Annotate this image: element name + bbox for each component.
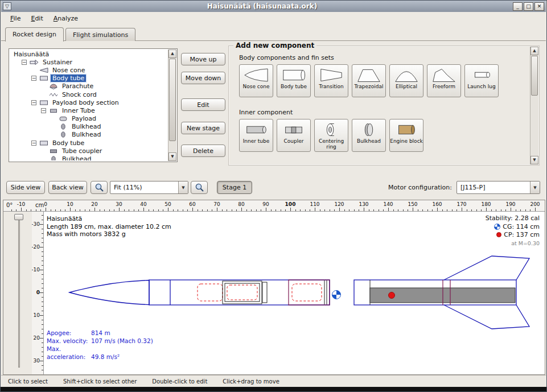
- tree-row[interactable]: −Body tube: [10, 75, 167, 82]
- scroll-down-icon[interactable]: ▼: [168, 152, 176, 161]
- back-view-button[interactable]: Back view: [48, 181, 87, 194]
- scrollbar-thumb[interactable]: [531, 56, 538, 96]
- zoom-out-button[interactable]: [91, 181, 108, 194]
- palette-scrollbar[interactable]: ▲ ▼: [530, 47, 538, 164]
- ruler-tick: [163, 209, 163, 211]
- menu-edit[interactable]: Edit: [26, 13, 47, 24]
- new-stage-button[interactable]: New stage: [181, 122, 225, 134]
- tree-scrollbar[interactable]: ▲ ▼: [168, 49, 176, 161]
- close-button[interactable]: ✕: [534, 2, 544, 11]
- tree-row[interactable]: −Body tube: [10, 139, 167, 147]
- add-transition-button[interactable]: Transition: [314, 64, 348, 97]
- motor-configuration-select[interactable]: [J115-P] ▼: [456, 181, 540, 194]
- ruler-tick: [42, 352, 43, 352]
- ruler-tick: [89, 209, 90, 211]
- zoom-level-select[interactable]: Fit (11%) ▼: [110, 181, 188, 194]
- tree-row[interactable]: −Inner Tube: [10, 106, 167, 114]
- ruler-tick: [80, 209, 80, 211]
- edit-button[interactable]: Edit: [181, 98, 225, 111]
- cp-marker[interactable]: [389, 292, 395, 299]
- stage-1-toggle[interactable]: Stage 1: [217, 181, 252, 194]
- add-elliptical-button[interactable]: Elliptical: [389, 64, 423, 97]
- ruler-tick: [187, 209, 188, 211]
- add-centering-ring-button[interactable]: Centering ring: [314, 119, 348, 152]
- trapezoidal-icon: [356, 67, 382, 84]
- zoom-level-value: Fit (11%): [110, 181, 178, 193]
- ruler-tick: [354, 209, 355, 211]
- component-label: Elliptical: [396, 84, 417, 90]
- tree-row[interactable]: Nose cone: [10, 66, 167, 74]
- scroll-up-icon[interactable]: ▲: [168, 49, 176, 58]
- add-body-tube-button[interactable]: Body tube: [277, 64, 311, 97]
- scrollbar-thumb[interactable]: [169, 59, 176, 141]
- maximize-button[interactable]: □: [524, 2, 533, 11]
- cg-value: CG: 114 cm: [503, 223, 540, 230]
- move-up-button[interactable]: Move up: [181, 53, 225, 65]
- tree-expander[interactable]: −: [22, 60, 27, 65]
- ruler-label: -10: [32, 267, 40, 273]
- move-down-button[interactable]: Move down: [181, 72, 225, 84]
- tab-rocket-design[interactable]: Rocket design: [5, 27, 64, 42]
- delete-button[interactable]: Delete: [181, 145, 225, 157]
- side-view-button[interactable]: Side view: [6, 181, 45, 194]
- app-window: ▽ Haisunäätä (haisunaata.ork) _ □ ✕ File…: [0, 0, 547, 392]
- add-nose-cone-button[interactable]: Nose cone: [239, 64, 273, 97]
- tree-row[interactable]: Parachute: [10, 82, 167, 90]
- add-engine-block-button[interactable]: Engine block: [389, 119, 423, 152]
- freeform-icon: [431, 67, 457, 84]
- ruler-tick: [275, 209, 276, 211]
- add-bulkhead-button[interactable]: Bulkhead: [352, 119, 386, 152]
- ruler-label: 20: [34, 335, 40, 341]
- add-freeform-button[interactable]: Freeform: [427, 64, 461, 97]
- ruler-tick: [222, 209, 223, 211]
- rotation-slider-track[interactable]: [18, 216, 20, 368]
- ruler-tick: [432, 209, 433, 211]
- scroll-up-icon[interactable]: ▲: [530, 47, 538, 55]
- design-canvas[interactable]: Haisunäätä Length 189 cm, max. diameter …: [44, 212, 545, 374]
- ruler-tick: [422, 209, 423, 211]
- cg-marker[interactable]: [332, 291, 341, 299]
- ruler-tick: [442, 209, 443, 211]
- tree-row[interactable]: Bulkhead: [10, 123, 167, 131]
- add-coupler-button[interactable]: Coupler: [277, 119, 311, 152]
- tree-row[interactable]: Payload: [10, 115, 167, 123]
- add-trapezoidal-button[interactable]: Trapezoidal: [352, 64, 386, 97]
- ruler-label: 120: [334, 201, 344, 207]
- flight-label: Max. acceleration:: [47, 345, 91, 361]
- add-launch-lug-button[interactable]: Launch lug: [464, 64, 499, 97]
- add-inner-tube-button[interactable]: Inner tube: [239, 119, 273, 152]
- combo-arrow-icon[interactable]: ▼: [178, 181, 188, 193]
- menu-analyze[interactable]: Analyze: [49, 13, 83, 24]
- tree-row[interactable]: Bulkhead: [10, 131, 167, 139]
- tree-row[interactable]: Bulkhead: [10, 155, 167, 160]
- bulkhead-icon: [49, 156, 58, 160]
- ruler-tick: [119, 208, 120, 211]
- tree-expander[interactable]: −: [31, 76, 36, 81]
- rotation-slider-handle[interactable]: [14, 214, 23, 220]
- tree-row[interactable]: −Sustainer: [10, 58, 167, 66]
- ruler-tick: [261, 209, 261, 211]
- bulkhead-icon: [59, 123, 68, 130]
- scroll-down-icon[interactable]: ▼: [530, 156, 538, 164]
- zoom-in-button[interactable]: [191, 181, 208, 194]
- tree-row[interactable]: Tube coupler: [10, 147, 167, 155]
- tree-row[interactable]: Shock cord: [10, 90, 167, 98]
- tree-expander[interactable]: −: [31, 141, 36, 146]
- ruler-tick: [42, 220, 43, 220]
- window-menu-icon[interactable]: ▽: [3, 2, 11, 10]
- ruler-tick: [55, 209, 56, 211]
- tree-row[interactable]: −Payload body section: [10, 98, 167, 106]
- tree-expander[interactable]: −: [41, 108, 46, 113]
- tree-row[interactable]: Haisunäätä: [10, 50, 167, 58]
- ruler-label: 10: [34, 312, 40, 318]
- ruler-tick: [305, 209, 306, 211]
- combo-arrow-icon[interactable]: ▼: [530, 181, 540, 193]
- tree-expander[interactable]: −: [31, 100, 36, 105]
- tree-node-label: Tube coupler: [60, 147, 104, 155]
- tab-flight-simulations[interactable]: Flight simulations: [65, 28, 135, 41]
- menu-file[interactable]: File: [6, 13, 25, 24]
- minimize-button[interactable]: _: [513, 2, 523, 11]
- title-bar[interactable]: ▽ Haisunäätä (haisunaata.ork) _ □ ✕: [1, 1, 546, 12]
- ruler-tick: [418, 209, 418, 211]
- ruler-tick: [339, 208, 340, 211]
